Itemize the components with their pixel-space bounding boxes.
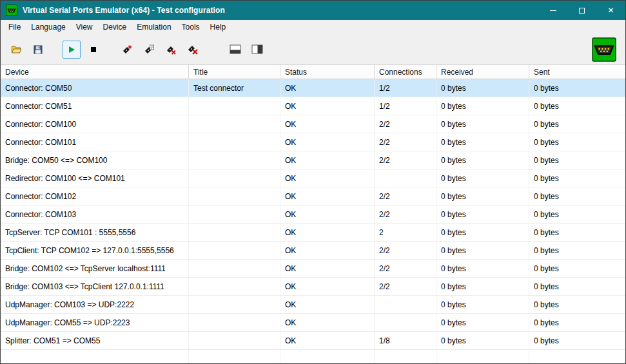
cell-status: OK <box>280 224 375 241</box>
menubar: File Language View Device Emulation Tool… <box>1 20 625 34</box>
table-body: Connector: COM50 Test connector OK 1/2 0… <box>1 79 625 363</box>
cell-sent: 0 bytes <box>529 79 625 97</box>
table-row[interactable]: Bridge: COM50 <=> COM100 OK 2/2 0 bytes … <box>1 151 625 169</box>
cell-status: OK <box>280 169 375 187</box>
cell-sent: 0 bytes <box>529 314 625 331</box>
cell-received: 0 bytes <box>436 296 529 313</box>
table-row[interactable]: Connector: COM103 OK 2/2 0 bytes 0 bytes <box>1 206 625 224</box>
cell-sent: 0 bytes <box>529 169 625 187</box>
cell-device: Connector: COM103 <box>1 206 189 223</box>
cell-device: Connector: COM50 <box>1 79 189 97</box>
cell-status: OK <box>280 151 375 169</box>
cell-sent: 0 bytes <box>529 133 625 151</box>
cell-title <box>189 314 280 331</box>
titlebar: Virtual Serial Ports Emulator (x64) - Te… <box>1 1 625 20</box>
cell-sent: 0 bytes <box>529 187 625 205</box>
table-row[interactable]: Connector: COM102 OK 2/2 0 bytes 0 bytes <box>1 187 625 206</box>
cell-sent: 0 bytes <box>529 242 625 259</box>
cell-received: 0 bytes <box>436 151 529 169</box>
cell-sent: 0 bytes <box>529 224 625 241</box>
column-header-device[interactable]: Device <box>1 65 189 79</box>
cell-connections <box>375 169 436 187</box>
create-device-button[interactable] <box>118 41 136 59</box>
column-header-received[interactable]: Received <box>436 65 529 79</box>
stop-icon <box>88 44 99 55</box>
cell-sent: 0 bytes <box>529 115 625 133</box>
cell-title <box>189 115 280 133</box>
table-row[interactable]: TcpServer: TCP COM101 : 5555,5556 OK 2 0… <box>1 224 625 242</box>
cell-status: OK <box>280 260 375 277</box>
table-row[interactable]: UdpManager: COM103 => UDP:2222 OK 0 byte… <box>1 296 625 314</box>
cell-device: Bridge: COM103 <=> TcpClient 127.0.0.1:1… <box>1 278 189 295</box>
cell-sent: 0 bytes <box>529 97 625 115</box>
cell-sent: 0 bytes <box>529 332 625 349</box>
table-row[interactable]: Bridge: COM103 <=> TcpClient 127.0.0.1:1… <box>1 278 625 296</box>
cell-connections: 2/2 <box>375 151 436 169</box>
cell-sent: 0 bytes <box>529 278 625 295</box>
cell-connections: 2/2 <box>375 187 436 205</box>
save-icon <box>33 44 43 55</box>
cell-connections: 1/2 <box>375 97 436 115</box>
table-empty-area <box>1 350 625 363</box>
table-row[interactable]: Redirector: COM100 <=> COM101 OK 0 bytes… <box>1 169 625 187</box>
cell-status: OK <box>280 187 375 205</box>
menu-item-tools[interactable]: Tools <box>177 20 205 34</box>
cell-title <box>189 151 280 169</box>
cell-connections: 1/8 <box>375 332 436 349</box>
cell-title <box>189 206 280 223</box>
menu-item-help[interactable]: Help <box>205 20 231 34</box>
cell-title <box>189 296 280 313</box>
table-row[interactable]: Connector: COM100 OK 2/2 0 bytes 0 bytes <box>1 115 625 133</box>
cell-received: 0 bytes <box>436 206 529 223</box>
menu-item-language[interactable]: Language <box>26 20 70 34</box>
open-button[interactable] <box>7 41 25 59</box>
start-emulation-button[interactable] <box>63 41 81 59</box>
cell-device: Bridge: COM102 <=> TcpServer localhost:1… <box>1 260 189 277</box>
cell-received: 0 bytes <box>436 314 529 331</box>
cell-title: Test connector <box>189 79 280 97</box>
table-row[interactable]: TcpClient: TCP COM102 => 127.0.0.1:5555,… <box>1 242 625 260</box>
split-horizontal-button[interactable] <box>226 41 244 59</box>
delete-device-button[interactable] <box>162 41 180 59</box>
cell-device: Redirector: COM100 <=> COM101 <box>1 169 189 187</box>
cell-title <box>189 224 280 241</box>
play-icon <box>66 44 77 55</box>
cell-connections: 2/2 <box>375 115 436 133</box>
table-row[interactable]: Bridge: COM102 <=> TcpServer localhost:1… <box>1 260 625 278</box>
cell-title <box>189 332 280 349</box>
cell-title <box>189 97 280 115</box>
close-button[interactable]: ✕ <box>596 1 625 20</box>
menu-item-device[interactable]: Device <box>98 20 132 34</box>
delete-all-devices-button[interactable] <box>184 41 202 59</box>
toolbar <box>1 34 625 65</box>
minimize-button[interactable] <box>538 1 567 20</box>
cell-status: OK <box>280 278 375 295</box>
column-header-connections[interactable]: Connections <box>375 65 436 79</box>
split-vertical-icon <box>251 44 263 54</box>
app-logo <box>592 37 616 62</box>
cell-received: 0 bytes <box>436 332 529 349</box>
cell-device: UdpManager: COM55 => UDP:2223 <box>1 314 189 331</box>
column-header-title[interactable]: Title <box>189 65 280 79</box>
column-header-sent[interactable]: Sent <box>529 65 626 79</box>
table-row[interactable]: Connector: COM50 Test connector OK 1/2 0… <box>1 79 625 97</box>
menu-item-file[interactable]: File <box>3 20 26 34</box>
table-row[interactable]: UdpManager: COM55 => UDP:2223 OK 0 bytes… <box>1 314 625 332</box>
table-row[interactable]: Connector: COM51 OK 1/2 0 bytes 0 bytes <box>1 97 625 115</box>
device-properties-button[interactable] <box>140 41 158 59</box>
maximize-button[interactable] <box>567 1 596 20</box>
cell-title <box>189 278 280 295</box>
save-button[interactable] <box>29 41 47 59</box>
menu-item-emulation[interactable]: Emulation <box>132 20 176 34</box>
close-icon: ✕ <box>607 6 614 14</box>
column-header-status[interactable]: Status <box>280 65 375 79</box>
cell-status: OK <box>280 296 375 313</box>
table-row[interactable]: Splitter: COM51 => COM55 OK 1/8 0 bytes … <box>1 332 625 350</box>
cell-status: OK <box>280 97 375 115</box>
cell-device: TcpClient: TCP COM102 => 127.0.0.1:5555,… <box>1 242 189 259</box>
table-row[interactable]: Connector: COM101 OK 2/2 0 bytes 0 bytes <box>1 133 625 151</box>
minimize-icon <box>550 10 556 11</box>
split-vertical-button[interactable] <box>248 41 266 59</box>
stop-emulation-button[interactable] <box>84 41 103 59</box>
menu-item-view[interactable]: View <box>71 20 98 34</box>
